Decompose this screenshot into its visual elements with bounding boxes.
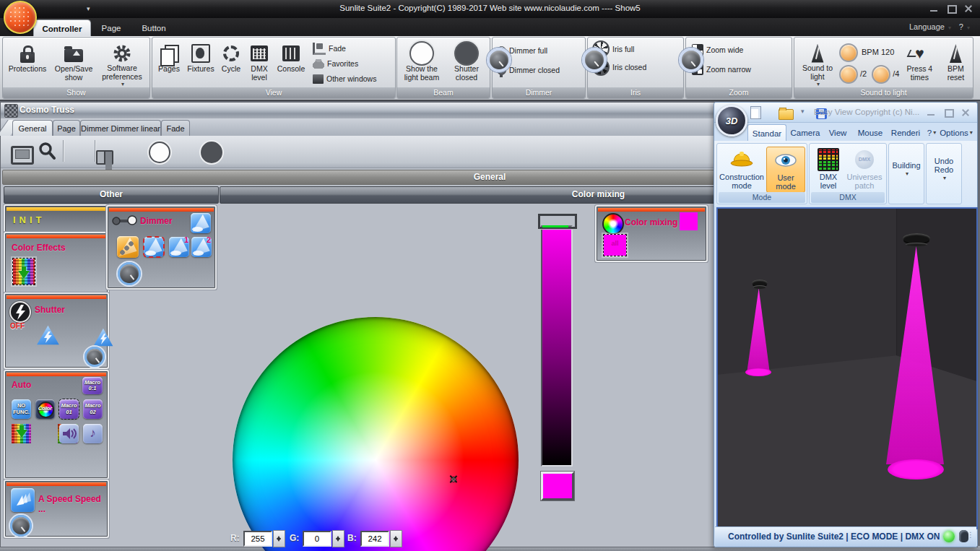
bpm-div4-led[interactable] bbox=[872, 65, 890, 84]
green-input[interactable] bbox=[303, 531, 331, 547]
easyview-maximize-button[interactable] bbox=[943, 108, 954, 117]
dmx-level-button[interactable]: DMX level bbox=[245, 40, 274, 87]
ev-tab-mouse[interactable]: Mouse bbox=[854, 124, 886, 141]
dimmer-orange-button[interactable] bbox=[117, 236, 139, 258]
bpm-led[interactable] bbox=[839, 43, 858, 62]
language-menu[interactable]: Language bbox=[909, 22, 951, 31]
red-input[interactable] bbox=[243, 531, 272, 547]
open-save-show-button[interactable]: Open/Save show bbox=[51, 40, 97, 87]
auto-macro-mini-button[interactable]: Macro 0:1 bbox=[82, 377, 103, 394]
close-button[interactable] bbox=[963, 4, 974, 13]
bpm-div2-led[interactable] bbox=[839, 65, 858, 84]
quick-access-chevron-icon[interactable]: ▾ bbox=[87, 5, 90, 12]
iris-full-button[interactable]: Iris full bbox=[592, 42, 683, 56]
press-4-times-button[interactable]: ♥ Press 4 times bbox=[902, 40, 937, 87]
ev-tab-camera[interactable]: Camera bbox=[788, 124, 823, 141]
brightness-slider-track[interactable] bbox=[541, 225, 573, 467]
cosmo-tab-fade[interactable]: Fade bbox=[161, 120, 190, 136]
building-label: Building bbox=[892, 161, 920, 170]
zoom-narrow-button[interactable]: Zoom narrow bbox=[692, 62, 792, 77]
other-windows-button[interactable]: Other windows bbox=[313, 71, 376, 86]
color-wheel-cursor[interactable] bbox=[448, 474, 458, 484]
speed-knob[interactable] bbox=[10, 515, 32, 537]
dimmer-beam-top-button[interactable] bbox=[191, 213, 211, 233]
color-mixing-all-button[interactable]: all bbox=[604, 235, 626, 256]
dimmer-selected-button[interactable] bbox=[144, 237, 164, 257]
zoom-wide-button[interactable]: Zoom wide bbox=[692, 43, 792, 57]
dimmer-preset1-button[interactable]: 1 bbox=[169, 237, 189, 257]
easyview-3d-viewport[interactable] bbox=[716, 207, 978, 529]
user-mode-button[interactable]: User mode bbox=[766, 147, 805, 193]
shutter-knob[interactable] bbox=[84, 347, 105, 367]
show-light-beam-button[interactable]: Show the light beam bbox=[402, 40, 442, 87]
blue-input[interactable] bbox=[360, 531, 389, 547]
fixtures-button[interactable]: Fixtures bbox=[184, 40, 217, 87]
dimmer-knob[interactable] bbox=[487, 48, 511, 72]
easyview-titlebar[interactable]: ▾ Easy View Copyright (c) Ni... bbox=[714, 103, 977, 123]
layout-button[interactable] bbox=[96, 150, 113, 165]
cosmo-tab-page[interactable]: Page bbox=[53, 120, 80, 136]
software-preferences-button[interactable]: Software preferences bbox=[97, 40, 147, 87]
auto-color-button[interactable]: Color bbox=[35, 399, 55, 419]
qat-chevron-icon[interactable]: ▾ bbox=[801, 108, 805, 115]
undo-redo-button[interactable]: Undo Redo bbox=[928, 157, 960, 183]
dimmer-preset2-button[interactable]: 2 bbox=[191, 237, 212, 257]
color-wheel[interactable] bbox=[233, 317, 519, 551]
ev-tab-rendering[interactable]: Renderi bbox=[888, 124, 924, 141]
zoom-search-button[interactable] bbox=[38, 142, 56, 160]
cosmo-tab-page-label: Page bbox=[57, 124, 76, 133]
preset-init[interactable]: INIT bbox=[5, 206, 108, 232]
color-effects-rainbow-button[interactable] bbox=[13, 259, 35, 285]
protections-button[interactable]: Protections bbox=[4, 40, 51, 87]
building-button[interactable]: Building bbox=[890, 161, 922, 178]
minimize-button[interactable] bbox=[929, 4, 940, 13]
red-spinner[interactable] bbox=[273, 530, 285, 547]
sound-to-light-button[interactable]: Sound to light bbox=[799, 40, 836, 87]
cosmo-tab-dimmer-linear[interactable]: Dimmer Dimmer linear bbox=[80, 120, 161, 136]
easyview-minimize-button[interactable] bbox=[926, 108, 937, 117]
help-menu[interactable]: ? bbox=[959, 22, 970, 31]
auto-sound-button[interactable] bbox=[59, 424, 79, 443]
cycle-button[interactable]: Cycle bbox=[217, 40, 245, 87]
construction-mode-button[interactable]: Construction mode bbox=[719, 147, 764, 190]
auto-macro01-label: Macro 01 bbox=[59, 399, 79, 419]
auto-macro02-button[interactable]: Macro 02 bbox=[83, 399, 103, 419]
auto-no-func-button[interactable]: NO FUNC. bbox=[12, 399, 31, 419]
ev-tab-standard[interactable]: Standar bbox=[747, 124, 786, 142]
ev-options-menu[interactable]: Options bbox=[940, 124, 973, 141]
universes-patch-button[interactable]: DMX Universes patch bbox=[846, 147, 883, 190]
blue-spinner[interactable] bbox=[390, 530, 402, 547]
dimmer-panel-knob[interactable] bbox=[118, 262, 141, 285]
sunlite-logo[interactable] bbox=[4, 1, 37, 34]
console-button[interactable]: Console bbox=[274, 40, 308, 87]
new-document-icon[interactable] bbox=[750, 106, 761, 119]
fade-button[interactable]: Fade bbox=[313, 41, 376, 56]
tab-controller[interactable]: Controller bbox=[33, 19, 91, 37]
pages-button[interactable]: Pages bbox=[154, 40, 184, 87]
zoom-knob[interactable] bbox=[679, 48, 703, 72]
shutter-closed-button[interactable]: Shutter closed bbox=[448, 40, 485, 87]
beam-open-button[interactable] bbox=[149, 142, 170, 163]
shutter-off-button[interactable] bbox=[36, 325, 59, 345]
ev-help-menu[interactable]: ? bbox=[924, 124, 939, 141]
beam-closed-button[interactable] bbox=[201, 142, 222, 163]
easyview-3d-logo[interactable]: 3D bbox=[716, 105, 747, 136]
restore-button[interactable] bbox=[946, 4, 957, 13]
easyview-close-button[interactable] bbox=[961, 108, 971, 117]
cosmo-tab-general[interactable]: General bbox=[12, 120, 53, 136]
ev-tab-view[interactable]: View bbox=[824, 124, 851, 141]
green-spinner[interactable] bbox=[332, 530, 344, 547]
favorites-button[interactable]: Favorites bbox=[313, 56, 376, 71]
auto-rainbow-down-button[interactable] bbox=[12, 424, 31, 443]
bpm-reset-button[interactable]: BPM reset bbox=[940, 40, 971, 87]
window-view-button[interactable] bbox=[11, 146, 34, 165]
iris-knob[interactable] bbox=[582, 48, 607, 72]
auto-macro01-button[interactable]: Macro 01 bbox=[59, 399, 79, 419]
ev-dmx-level-button[interactable]: DMX level bbox=[812, 147, 844, 190]
auto-music-button[interactable]: ♪ bbox=[83, 424, 103, 443]
tab-page[interactable]: Page bbox=[95, 19, 127, 36]
open-folder-icon[interactable] bbox=[779, 109, 794, 120]
shutter-on-button[interactable] bbox=[93, 328, 113, 347]
tab-button[interactable]: Button bbox=[134, 19, 173, 36]
speed-fan-button[interactable] bbox=[11, 488, 35, 512]
